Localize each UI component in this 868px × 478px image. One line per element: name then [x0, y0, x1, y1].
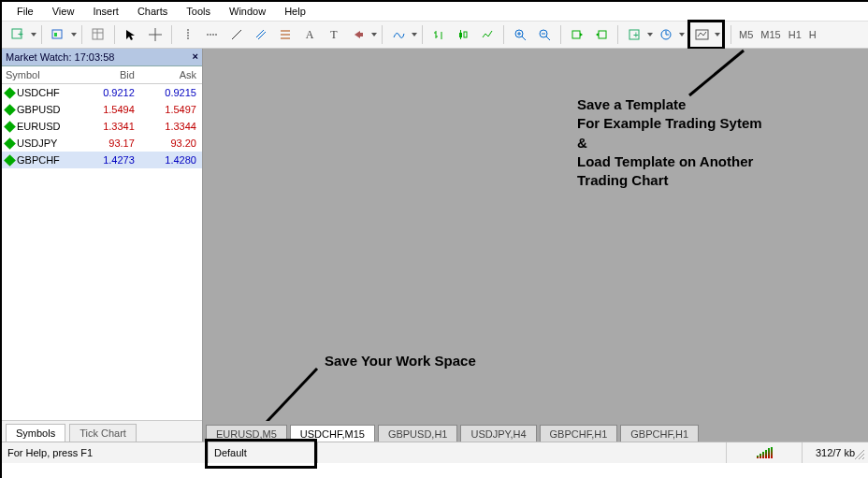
menu-view[interactable]: View: [43, 4, 84, 19]
horizontal-line-tool[interactable]: [201, 23, 224, 46]
ask-value: 1.4280: [140, 154, 202, 166]
svg-text:+: +: [18, 29, 23, 39]
line-chart-button[interactable]: [476, 23, 499, 46]
market-watch-row[interactable]: GBPCHF1.42731.4280: [2, 152, 202, 168]
chart-tab[interactable]: GBPUSD,H1: [378, 425, 458, 442]
text-tool[interactable]: A: [298, 23, 321, 46]
svg-marker-22: [412, 33, 417, 36]
auto-scroll-button[interactable]: [566, 23, 588, 46]
menu-insert[interactable]: Insert: [83, 4, 128, 19]
market-watch-title-bar: Market Watch: 17:03:58 ×: [2, 49, 202, 66]
trendline-tool[interactable]: [225, 23, 248, 46]
symbol-name: USDCHF: [17, 87, 60, 98]
status-help: For Help, press F1: [2, 442, 209, 463]
template-button[interactable]: [691, 23, 714, 46]
indicators-list-dropdown[interactable]: [646, 33, 654, 36]
chart-shift-button[interactable]: [590, 23, 613, 46]
menu-file[interactable]: File: [7, 4, 43, 19]
market-watch-title: Market Watch: 17:03:58: [6, 51, 114, 63]
candlestick-chart-button[interactable]: [452, 23, 474, 46]
annotation-arrow-template: [203, 49, 868, 142]
menu-window[interactable]: Window: [220, 4, 275, 19]
market-watch-row[interactable]: USDJPY93.1793.20: [2, 135, 202, 152]
zoom-in-button[interactable]: [509, 23, 531, 46]
arrows-dropdown[interactable]: [370, 33, 378, 36]
chart-tab[interactable]: GBPCHF,H1: [540, 425, 618, 442]
svg-marker-40: [596, 33, 599, 36]
direction-icon: [4, 121, 16, 133]
profiles-dropdown[interactable]: [70, 33, 78, 36]
symbol-name: EURUSD: [17, 121, 60, 132]
col-symbol[interactable]: Symbol: [2, 69, 79, 80]
vertical-line-tool[interactable]: [177, 23, 199, 46]
svg-line-15: [256, 30, 264, 37]
bid-value: 93.17: [79, 138, 140, 149]
svg-marker-47: [679, 33, 685, 36]
signal-bars-icon: [757, 447, 773, 458]
status-bar: For Help, press F1 Default 312/7 kb: [2, 442, 868, 463]
symbol-name: GBPCHF: [17, 154, 60, 166]
direction-icon: [4, 104, 16, 116]
indicators-list-button[interactable]: +: [623, 23, 645, 46]
timeframe-m5[interactable]: M5: [735, 29, 757, 40]
market-watch-button[interactable]: [87, 23, 109, 46]
indicators-button[interactable]: [387, 23, 410, 46]
template-dropdown[interactable]: [714, 33, 721, 36]
toolbar: + A T + M5 M15 H1 H: [2, 22, 868, 49]
timeframe-m15[interactable]: M15: [757, 29, 784, 40]
chart-workspace: Save a Template For Example Trading Syte…: [203, 49, 868, 442]
profiles-button[interactable]: [47, 23, 69, 46]
svg-line-50: [689, 51, 744, 95]
svg-rect-37: [572, 31, 580, 38]
timeframe-more[interactable]: H: [805, 29, 820, 40]
menu-help[interactable]: Help: [275, 4, 315, 19]
indicators-dropdown[interactable]: [411, 33, 418, 36]
periodicity-button[interactable]: [655, 23, 677, 46]
resize-grip-icon: [851, 446, 866, 461]
cursor-tool[interactable]: [120, 23, 142, 46]
tab-tick-chart[interactable]: Tick Chart: [69, 424, 137, 442]
status-profile-cell[interactable]: Default: [209, 442, 318, 463]
menu-tools[interactable]: Tools: [177, 4, 220, 19]
svg-line-35: [546, 36, 550, 40]
svg-marker-38: [580, 33, 583, 36]
crosshair-tool[interactable]: [144, 23, 166, 46]
svg-rect-29: [464, 32, 467, 37]
template-button-highlight: [687, 20, 725, 50]
bar-chart-button[interactable]: [427, 23, 450, 46]
col-ask[interactable]: Ask: [140, 69, 202, 80]
svg-rect-4: [54, 33, 57, 36]
direction-icon: [4, 154, 16, 167]
periodicity-dropdown[interactable]: [678, 33, 686, 36]
fibonacci-tool[interactable]: [274, 23, 297, 46]
new-chart-dropdown[interactable]: [30, 33, 37, 36]
symbol-name: USDJPY: [17, 138, 57, 149]
timeframe-h1[interactable]: H1: [785, 29, 805, 40]
direction-icon: [4, 87, 16, 99]
market-watch-close-icon[interactable]: ×: [193, 51, 198, 62]
new-chart-button[interactable]: +: [7, 23, 29, 46]
profile-highlight: [205, 439, 317, 469]
market-watch-header: Symbol Bid Ask: [2, 66, 202, 84]
market-watch-row[interactable]: GBPUSD1.54941.5497: [2, 101, 202, 118]
arrows-tool[interactable]: [347, 23, 369, 46]
menu-bar: File View Insert Charts Tools Window Hel…: [2, 2, 868, 22]
market-watch-row[interactable]: USDCHF0.92120.9215: [2, 84, 202, 101]
chart-tab[interactable]: USDJPY,H4: [460, 425, 536, 442]
main-area: Market Watch: 17:03:58 × Symbol Bid Ask …: [2, 49, 868, 442]
svg-marker-49: [715, 33, 720, 36]
market-watch-row[interactable]: EURUSD1.33411.3344: [2, 118, 202, 135]
menu-charts[interactable]: Charts: [128, 4, 177, 19]
tab-symbols[interactable]: Symbols: [6, 424, 65, 442]
ask-value: 93.20: [140, 138, 202, 149]
svg-line-16: [258, 32, 266, 39]
svg-marker-2: [31, 33, 36, 36]
col-bid[interactable]: Bid: [79, 69, 140, 80]
svg-marker-9: [126, 30, 135, 40]
text-label-tool[interactable]: T: [323, 23, 345, 46]
svg-line-54: [862, 457, 864, 459]
zoom-out-button[interactable]: [533, 23, 556, 46]
bid-value: 1.5494: [79, 104, 140, 115]
equidistant-channel-tool[interactable]: [250, 23, 272, 46]
chart-tab[interactable]: GBPCHF,H1: [620, 425, 699, 442]
